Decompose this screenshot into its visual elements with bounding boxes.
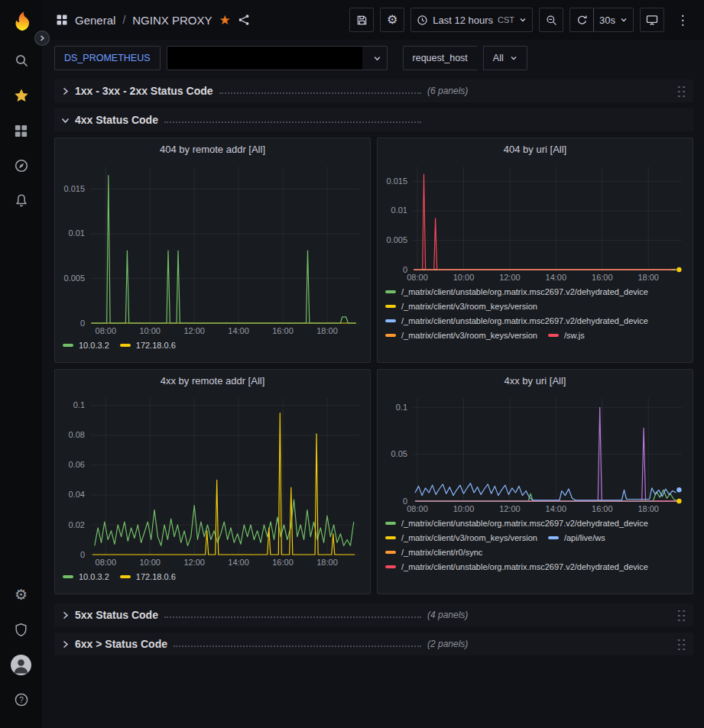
legend-item[interactable]: /_matrix/client/unstable/org.matrix.msc2… <box>385 316 648 325</box>
time-range-picker[interactable]: Last 12 hours CST <box>410 8 533 32</box>
sidebar-expand-button[interactable] <box>34 31 50 46</box>
panel-title[interactable]: 404 by remote addr [All] <box>55 138 370 160</box>
host-variable-value <box>167 47 362 70</box>
save-dashboard-button[interactable] <box>349 8 374 32</box>
breadcrumb-section[interactable]: General <box>75 14 115 27</box>
panels-grid: 404 by remote addr [All] 00.0050.010.015… <box>54 138 693 594</box>
panel-title[interactable]: 4xx by uri [All] <box>378 370 693 391</box>
svg-text:0.005: 0.005 <box>63 273 85 283</box>
svg-text:14:00: 14:00 <box>228 326 249 335</box>
svg-text:0.1: 0.1 <box>73 400 85 409</box>
panel-404-by-remote-addr: 404 by remote addr [All] 00.0050.010.015… <box>54 138 371 363</box>
chevron-right-icon <box>62 87 69 95</box>
dashboard-settings-button[interactable]: ⚙ <box>380 8 404 32</box>
help-icon[interactable]: ? <box>6 684 37 716</box>
share-icon[interactable] <box>238 14 250 26</box>
breadcrumb-separator: / <box>122 14 125 26</box>
variables-bar: DS_PROMETHEUS request_host All <box>42 40 704 76</box>
drag-handle-icon[interactable] <box>676 608 686 623</box>
chart-legend: 10.0.3.2172.18.0.6 <box>55 338 370 362</box>
legend-item[interactable]: 172.18.0.6 <box>120 572 176 581</box>
favorite-star-icon[interactable]: ★ <box>219 12 230 28</box>
legend-item[interactable]: 172.18.0.6 <box>120 341 176 350</box>
chart-legend: /_matrix/client/unstable/org.matrix.msc2… <box>378 516 693 594</box>
dashboard-row-1xx-3xx-2xx[interactable]: 1xx - 3xx - 2xx Status Code (6 panels) <box>54 79 693 102</box>
refresh-interval-select[interactable]: 30s <box>593 8 634 32</box>
dashboards-grid-icon[interactable] <box>6 115 37 147</box>
explore-compass-icon[interactable] <box>6 150 37 182</box>
time-series-chart[interactable]: 00.050.108:0010:0012:0014:0016:0018:00 <box>378 391 693 516</box>
top-navbar: General / NGINX PROXY ★ ⚙ Last 12 hours … <box>42 0 704 40</box>
cycle-view-monitor-button[interactable] <box>640 8 664 32</box>
svg-text:0.1: 0.1 <box>396 403 407 412</box>
chart-svg: 00.0050.010.01508:0010:0012:0014:0016:00… <box>55 160 370 338</box>
chevron-right-icon <box>62 611 69 620</box>
legend-item[interactable]: /_matrix/client/v3/room_keys/version <box>385 533 537 542</box>
svg-text:18:00: 18:00 <box>316 326 338 335</box>
legend-item[interactable]: /_matrix/client/r0/sync <box>385 548 482 557</box>
panel-4xx-by-uri: 4xx by uri [All] 00.050.108:0010:0012:00… <box>377 369 693 594</box>
svg-text:0.02: 0.02 <box>69 520 85 529</box>
grafana-logo[interactable] <box>10 9 33 32</box>
svg-text:0.01: 0.01 <box>391 205 407 215</box>
timezone-label: CST <box>498 15 514 24</box>
panel-title[interactable]: 404 by uri [All] <box>378 138 693 160</box>
dashboard-body: 1xx - 3xx - 2xx Status Code (6 panels) 4… <box>42 76 704 728</box>
svg-text:12:00: 12:00 <box>499 504 521 513</box>
zoom-out-button[interactable] <box>539 8 563 32</box>
kebab-menu-icon[interactable]: ⋮ <box>670 8 695 32</box>
host-variable-select[interactable] <box>167 46 388 70</box>
chart-legend: 10.0.3.2172.18.0.6 <box>55 570 370 594</box>
row-title: 5xx Status Code <box>75 609 158 621</box>
legend-item[interactable]: 10.0.3.2 <box>63 341 109 350</box>
apps-grid-icon <box>56 14 68 26</box>
panel-title[interactable]: 4xx by remote addr [All] <box>55 370 370 391</box>
server-admin-shield-icon[interactable] <box>6 613 37 645</box>
legend-item[interactable]: /sw.js <box>548 331 585 340</box>
request-host-value-select[interactable]: All <box>483 46 527 70</box>
dashboard-row-6xx[interactable]: 6xx > Status Code (2 panels) <box>54 633 693 655</box>
alerting-bell-icon[interactable] <box>6 185 37 217</box>
time-series-chart[interactable]: 00.0050.010.01508:0010:0012:0014:0016:00… <box>378 160 693 285</box>
search-icon[interactable] <box>6 44 37 76</box>
legend-item[interactable]: /_matrix/client/v3/room_keys/version <box>385 302 537 311</box>
legend-item[interactable]: /api/live/ws <box>548 533 605 542</box>
configuration-gear-icon[interactable]: ⚙ <box>6 578 37 610</box>
user-avatar[interactable] <box>6 649 37 681</box>
svg-text:16:00: 16:00 <box>592 504 613 513</box>
svg-text:0.015: 0.015 <box>63 184 85 193</box>
chevron-down-icon <box>620 16 628 24</box>
row-panel-count: (2 panels) <box>427 639 468 649</box>
dashboard-row-5xx[interactable]: 5xx Status Code (4 panels) <box>54 603 693 626</box>
drag-handle-icon[interactable] <box>676 84 686 99</box>
legend-item[interactable]: /_matrix/client/unstable/org.matrix.msc2… <box>385 519 648 528</box>
time-series-chart[interactable]: 00.020.040.060.080.108:0010:0012:0014:00… <box>55 391 370 570</box>
starred-dashboards-icon[interactable] <box>6 79 37 112</box>
variable-request-host-label: request_host <box>403 46 477 70</box>
legend-item[interactable]: 10.0.3.2 <box>63 572 109 581</box>
legend-item[interactable]: /_matrix/client/v3/room_keys/version <box>385 331 537 340</box>
variable-ds-prometheus[interactable]: DS_PROMETHEUS <box>54 46 161 70</box>
refresh-button[interactable] <box>569 8 594 32</box>
time-series-chart[interactable]: 00.0050.010.01508:0010:0012:0014:0016:00… <box>55 160 370 338</box>
chevron-down-icon <box>368 54 387 63</box>
svg-text:0.08: 0.08 <box>69 430 85 439</box>
row-title: 6xx > Status Code <box>75 638 167 650</box>
svg-text:14:00: 14:00 <box>546 273 567 282</box>
svg-text:08:00: 08:00 <box>96 558 117 567</box>
svg-text:0.06: 0.06 <box>69 460 85 469</box>
dashboard-row-4xx[interactable]: 4xx Status Code <box>54 108 693 131</box>
svg-text:10:00: 10:00 <box>139 558 161 567</box>
breadcrumb-title[interactable]: NGINX PROXY <box>132 14 212 27</box>
main-area: General / NGINX PROXY ★ ⚙ Last 12 hours … <box>42 0 704 728</box>
legend-item[interactable]: /_matrix/client/unstable/org.matrix.msc2… <box>385 287 648 296</box>
time-range-label: Last 12 hours <box>433 15 493 26</box>
svg-text:08:00: 08:00 <box>96 326 117 335</box>
chart-svg: 00.020.040.060.080.108:0010:0012:0014:00… <box>55 391 370 570</box>
drag-handle-icon[interactable] <box>676 637 686 652</box>
svg-text:12:00: 12:00 <box>183 558 205 567</box>
row-title: 1xx - 3xx - 2xx Status Code <box>75 85 213 97</box>
svg-text:0.05: 0.05 <box>391 449 407 458</box>
legend-item[interactable]: /_matrix/client/unstable/org.matrix.msc2… <box>385 562 648 571</box>
svg-text:10:00: 10:00 <box>453 273 475 282</box>
